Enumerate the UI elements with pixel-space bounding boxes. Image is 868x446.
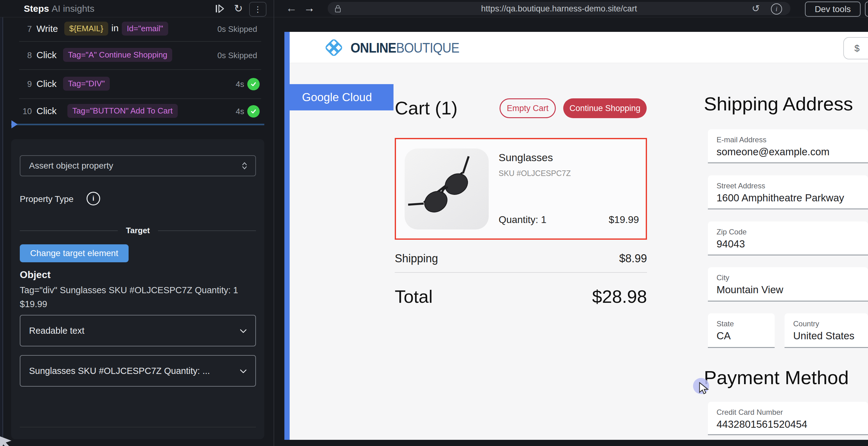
- step-row-8[interactable]: 8 Click Tag="A" Continue Shopping 0s Ski…: [2, 42, 274, 69]
- field-value: Mountain View: [716, 284, 783, 296]
- panel-splitter[interactable]: [274, 0, 274, 446]
- total-label: Total: [395, 286, 433, 307]
- property-type-info-icon[interactable]: i: [87, 192, 100, 205]
- expected-value-select[interactable]: Sunglasses SKU #OLJCESPC7Z Quantity: ...: [20, 355, 256, 387]
- step-success-icon: [247, 105, 260, 118]
- expected-value-text: Sunglasses SKU #OLJCESPC7Z Quantity: ...: [21, 366, 210, 376]
- zip-field[interactable]: Zip Code 94043: [708, 221, 868, 256]
- summary-divider: [395, 272, 647, 273]
- field-value: 4432801561520454: [716, 418, 807, 430]
- step-success-icon: [247, 78, 260, 90]
- target-divider: Target: [20, 226, 256, 235]
- step-action: Click: [36, 79, 57, 89]
- field-value: 94043: [716, 238, 745, 250]
- product-sku: SKU #OLJCESPC7Z: [499, 169, 570, 178]
- page-info-icon[interactable]: i: [771, 3, 782, 14]
- step-number: 7: [17, 24, 32, 34]
- assert-type-select[interactable]: Assert object property: [20, 155, 256, 176]
- url-text[interactable]: https://qa.boutique.harness-demo.site/ca…: [328, 4, 790, 13]
- field-label: Credit Card Number: [716, 408, 783, 417]
- field-label: Country: [793, 320, 819, 328]
- playhead-track[interactable]: [11, 124, 264, 125]
- change-target-button[interactable]: Change target element: [20, 244, 129, 262]
- field-value: someone@example.com: [716, 146, 830, 158]
- field-label: State: [716, 320, 734, 328]
- selector-badge: Tag="BUTTON" Add To Cart: [67, 104, 178, 118]
- more-options-button[interactable]: ⋮: [249, 2, 267, 17]
- clipped-toolbar-button[interactable]: [865, 2, 868, 17]
- field-value: 1600 Amphitheatre Parkway: [716, 192, 844, 204]
- total-value: $28.98: [523, 286, 647, 307]
- empty-cart-button[interactable]: Empty Cart: [499, 98, 556, 118]
- step-action: Write: [36, 24, 58, 34]
- mouse-cursor-icon: [699, 382, 710, 394]
- field-value: United States: [793, 330, 855, 342]
- credit-card-field[interactable]: Credit Card Number 4432801561520454: [708, 402, 868, 435]
- object-description: Tag="div" Sunglasses SKU #OLJCESPC7Z Qua…: [20, 283, 250, 311]
- object-heading: Object: [20, 269, 51, 280]
- country-field[interactable]: Country United States: [784, 313, 868, 348]
- step-row-7[interactable]: 7 Write ${EMAIL} in Id="email" 0s Skippe…: [2, 18, 274, 41]
- browser-forward-icon[interactable]: →: [304, 2, 315, 13]
- assert-type-value: Assert object property: [21, 161, 113, 171]
- page-refresh-icon[interactable]: ↺: [752, 3, 760, 14]
- tab-ai-insights[interactable]: AI insights: [52, 3, 94, 14]
- step-row-9[interactable]: 9 Click Tag="DIV" 4s: [2, 70, 274, 98]
- divider-line: [158, 231, 256, 231]
- state-field[interactable]: State CA: [708, 313, 775, 348]
- brand-light: BOUTIQUE: [396, 40, 459, 55]
- product-image: [405, 148, 489, 230]
- selector-badge: Tag="A" Continue Shopping: [63, 48, 172, 62]
- cart-item-highlighted[interactable]: Sunglasses SKU #OLJCESPC7Z Quantity: 1 $…: [395, 138, 647, 240]
- step-duration: 4s: [236, 80, 244, 89]
- product-name: Sunglasses: [499, 152, 553, 163]
- app-window: Steps AI insights ↻ ⋮ ← → https://qa.bou…: [0, 0, 868, 446]
- dev-tools-button[interactable]: Dev tools: [805, 2, 861, 17]
- browser-viewport: ONLINEBOUTIQUE $ Google Cloud Cart (1) E…: [284, 32, 868, 440]
- field-value: CA: [716, 330, 731, 342]
- brand-bold: ONLINE: [350, 40, 396, 55]
- boutique-logo-icon[interactable]: [322, 36, 346, 59]
- currency-selector[interactable]: $: [843, 37, 868, 59]
- variable-badge: ${EMAIL}: [64, 22, 108, 36]
- run-from-step-icon[interactable]: [215, 3, 225, 14]
- city-field[interactable]: City Mountain View: [708, 267, 868, 302]
- shipping-cost-value: $8.99: [549, 252, 647, 265]
- step-action: Click: [36, 50, 57, 60]
- readable-text-select[interactable]: Readable text: [20, 315, 256, 347]
- browser-back-icon[interactable]: ←: [286, 2, 297, 13]
- site-brand[interactable]: ONLINEBOUTIQUE: [350, 40, 459, 56]
- cart-title: Cart (1): [395, 97, 458, 119]
- selector-badge: Tag="DIV": [63, 77, 110, 91]
- google-cloud-ribbon: Google Cloud: [290, 84, 394, 111]
- step-row-10[interactable]: 10 Click Tag="BUTTON" Add To Cart 4s: [2, 99, 274, 124]
- readable-text-value: Readable text: [21, 326, 84, 336]
- field-label: Street Address: [716, 182, 765, 190]
- continue-shopping-button[interactable]: Continue Shopping: [563, 98, 647, 118]
- step-status: 0s Skipped: [217, 51, 257, 60]
- step-number: 8: [17, 51, 32, 60]
- email-field[interactable]: E-mail Address someone@example.com: [708, 129, 868, 163]
- field-label: E-mail Address: [716, 136, 766, 144]
- step-number: 9: [17, 80, 32, 89]
- playhead-marker[interactable]: [11, 120, 18, 129]
- step-number: 10: [17, 107, 32, 116]
- shipping-address-title: Shipping Address: [704, 93, 853, 115]
- rerun-icon[interactable]: ↻: [234, 2, 243, 14]
- step-status: 0s Skipped: [217, 24, 257, 34]
- product-price: $19.99: [609, 214, 639, 226]
- payment-method-title: Payment Method: [704, 366, 849, 388]
- step-duration: 4s: [236, 107, 244, 116]
- step-connector-text: in: [111, 23, 118, 33]
- tab-steps[interactable]: Steps: [24, 3, 49, 14]
- card-footer-divider: [20, 427, 256, 427]
- shipping-cost-label: Shipping: [395, 252, 438, 265]
- street-field[interactable]: Street Address 1600 Amphitheatre Parkway: [708, 175, 868, 209]
- google-cloud-stripe: [284, 32, 290, 440]
- field-label: City: [716, 273, 729, 282]
- field-label: Zip Code: [716, 228, 746, 236]
- product-quantity: Quantity: 1: [499, 214, 547, 226]
- selector-badge: Id="email": [122, 22, 168, 36]
- target-label: Target: [126, 226, 150, 235]
- assert-config-card: Assert object property Property Type i T…: [11, 139, 264, 439]
